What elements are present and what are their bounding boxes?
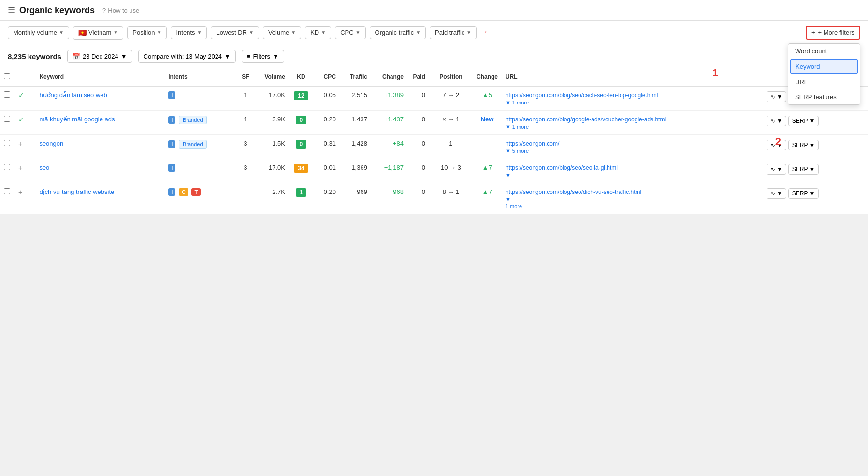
menu-icon[interactable]: ☰: [8, 5, 15, 15]
pos-arrow-up: ▲5: [482, 91, 492, 99]
sf-cell: [236, 183, 255, 214]
keyword-link[interactable]: dịch vụ tăng traffic website: [39, 188, 114, 195]
keyword-link[interactable]: seo: [39, 164, 49, 171]
position-filter[interactable]: Position ▼: [127, 26, 167, 39]
sf-cell: 3: [236, 135, 255, 159]
lowest-dr-filter[interactable]: Lowest DR ▼: [211, 26, 259, 39]
filters-button[interactable]: ≡ Filters ▼: [242, 50, 284, 63]
trend-button[interactable]: ∿ ▼: [767, 164, 786, 175]
th-cpc[interactable]: CPC: [313, 68, 340, 86]
th-change[interactable]: Change: [371, 68, 407, 86]
url-link[interactable]: https://seongon.com/blog/seo/cach-seo-le…: [506, 92, 658, 99]
th-kd[interactable]: KD: [289, 68, 313, 86]
paid-traffic-filter[interactable]: Paid traffic ▼: [430, 26, 477, 39]
th-intents[interactable]: Intents: [164, 68, 236, 86]
select-all-checkbox[interactable]: [0, 68, 14, 86]
dropdown-url[interactable]: URL: [788, 74, 860, 89]
serp-button[interactable]: SERP ▼: [788, 188, 819, 199]
row-checkbox[interactable]: [0, 86, 14, 111]
trend-cell: ∿ ▼ SERP ▼: [763, 111, 856, 135]
th-url[interactable]: URL: [502, 68, 763, 86]
th-poschange[interactable]: Change: [473, 68, 502, 86]
more-filters-button[interactable]: + + More filters: [806, 26, 860, 40]
keyword-link[interactable]: mã khuyến mãi google ads: [39, 116, 115, 123]
cpc-cell: 0.05: [313, 86, 340, 111]
keyword-link[interactable]: hướng dẫn làm seo web: [39, 91, 107, 99]
trend-cell: ∿ ▼ SERP ▼: [763, 135, 856, 159]
cpc-cell: 0.20: [313, 111, 340, 135]
page-title: Organic keywords: [19, 5, 95, 15]
url-link[interactable]: https://seongon.com/blog/seo/dich-vu-seo…: [506, 189, 641, 195]
sf-cell: 3: [236, 159, 255, 183]
trend-button[interactable]: ∿ ▼: [767, 116, 786, 126]
th-keyword[interactable]: Keyword: [35, 68, 164, 86]
compare-button[interactable]: Compare with: 13 May 2024 ▼: [138, 50, 236, 63]
url-more-link[interactable]: ▼ 1 more: [506, 124, 759, 130]
trend-button[interactable]: ∿ ▼: [767, 188, 786, 199]
row-expand[interactable]: +: [14, 135, 35, 159]
intents-filter[interactable]: Intents ▼: [171, 26, 207, 39]
kd-filter[interactable]: KD ▼: [305, 26, 331, 39]
url-more-link[interactable]: ▼ 1 more: [506, 100, 759, 105]
row-checkbox[interactable]: [0, 183, 14, 214]
url-link[interactable]: https://seongon.com/blog/google-ads/vouc…: [506, 116, 666, 123]
pos-arrow-up: ▲7: [482, 164, 492, 171]
volume-cell: 17.0K: [255, 86, 289, 111]
volume-cell: 17.0K: [255, 159, 289, 183]
th-volume[interactable]: Volume: [255, 68, 289, 86]
url-more-link[interactable]: 1 more: [506, 203, 759, 209]
traffic-cell: 1,369: [340, 159, 371, 183]
new-badge: New: [481, 116, 494, 123]
volume-filter[interactable]: Volume ▼: [263, 26, 301, 39]
row-checkbox[interactable]: [0, 111, 14, 135]
intent-badge-i: I: [168, 188, 175, 196]
url-link[interactable]: https://seongon.com/: [506, 140, 559, 147]
monthly-volume-filter[interactable]: Monthly volume ▼: [8, 26, 69, 39]
volume-cell: 1.5K: [255, 135, 289, 159]
traffic-cell: 1,428: [340, 135, 371, 159]
change-cell: +1,437: [371, 111, 407, 135]
th-paid[interactable]: Paid: [407, 68, 429, 86]
trend-button[interactable]: ∿ ▼: [767, 140, 786, 150]
intents-cell: I: [164, 86, 236, 111]
keywords-count: 8,235 keywords: [8, 52, 61, 60]
row-checkbox[interactable]: [0, 135, 14, 159]
th-traffic[interactable]: Traffic: [340, 68, 371, 86]
change-cell: +84: [371, 135, 407, 159]
row-expand[interactable]: +: [14, 159, 35, 183]
date-selector[interactable]: 📅 23 Dec 2024 ▼: [67, 50, 132, 63]
kd-cell: 0: [289, 135, 313, 159]
cpc-filter[interactable]: CPC ▼: [335, 26, 365, 39]
table-header-row: Keyword Intents SF Volume KD CPC Traffic…: [0, 68, 868, 86]
organic-traffic-filter[interactable]: Organic traffic ▼: [370, 26, 426, 39]
url-cell: https://seongon.com/blog/seo/seo-la-gi.h…: [502, 159, 763, 183]
intents-cell: I: [164, 159, 236, 183]
serp-button[interactable]: SERP ▼: [788, 116, 819, 126]
change-cell: +968: [371, 183, 407, 214]
kd-cell: 34: [289, 159, 313, 183]
row-expand[interactable]: ✓: [14, 111, 35, 135]
url-link[interactable]: https://seongon.com/blog/seo/seo-la-gi.h…: [506, 164, 618, 171]
table-row: + seongon I Branded 3 1.5K 0 0.31 1,428 …: [0, 135, 868, 159]
th-position[interactable]: Position: [429, 68, 473, 86]
serp-button[interactable]: SERP ▼: [788, 140, 819, 150]
trend-cell: ∿ ▼ SERP ▼: [763, 183, 856, 214]
url-more-link[interactable]: ▼ 5 more: [506, 148, 759, 154]
how-to-use-link[interactable]: ? How to use: [102, 7, 139, 14]
country-filter[interactable]: 🇻🇳 Vietnam ▼: [73, 26, 123, 40]
keyword-link[interactable]: seongon: [39, 140, 63, 147]
th-sf[interactable]: SF: [236, 68, 255, 86]
trend-button[interactable]: ∿ ▼: [767, 91, 786, 102]
chevron-down-icon: ▼: [321, 30, 326, 35]
row-expand[interactable]: ✓: [14, 86, 35, 111]
dropdown-keyword[interactable]: Keyword: [790, 60, 858, 74]
url-dropdown-icon[interactable]: ▼: [506, 172, 759, 178]
row-checkbox[interactable]: [0, 159, 14, 183]
dropdown-word-count[interactable]: Word count: [788, 44, 860, 59]
dropdown-serp-features[interactable]: SERP features: [788, 89, 860, 104]
keyword-cell: dịch vụ tăng traffic website: [35, 183, 164, 214]
url-dropdown-icon[interactable]: ▼: [506, 196, 759, 202]
intent-badge-c: C: [179, 188, 188, 196]
row-expand[interactable]: +: [14, 183, 35, 214]
serp-button[interactable]: SERP ▼: [788, 164, 819, 175]
